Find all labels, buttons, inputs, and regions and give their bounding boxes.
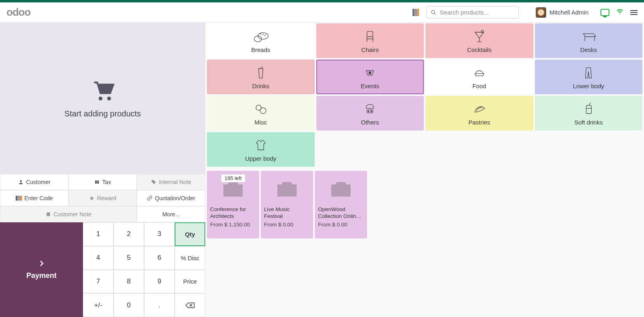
- svg-line-13: [264, 34, 266, 36]
- product-panel: BreadsChairsCocktailsDesksDrinksEventsFo…: [205, 23, 644, 317]
- odoo-logo[interactable]: odoo: [6, 6, 31, 19]
- numkey-0[interactable]: 0: [114, 293, 144, 317]
- svg-point-29: [371, 111, 372, 112]
- numkey-6[interactable]: 6: [144, 246, 175, 270]
- svg-point-0: [431, 10, 435, 13]
- svg-rect-6: [47, 212, 50, 216]
- softdrink-icon: [580, 101, 597, 117]
- reward-button[interactable]: Reward: [68, 190, 137, 206]
- pastry-icon: [471, 101, 488, 117]
- customer-button[interactable]: Customer: [0, 174, 68, 190]
- numkey-1[interactable]: 1: [83, 222, 114, 246]
- note-icon: [45, 211, 51, 217]
- more-button[interactable]: More...: [137, 206, 205, 222]
- svg-point-4: [107, 97, 111, 101]
- camera-plus-icon: [264, 173, 310, 205]
- svg-line-23: [261, 66, 262, 68]
- category-tile-misc[interactable]: Misc: [207, 96, 315, 131]
- svg-point-5: [20, 180, 22, 182]
- numkey-plusminus[interactable]: +/-: [83, 293, 114, 317]
- svg-rect-30: [586, 105, 592, 113]
- tax-button[interactable]: Tax: [68, 174, 137, 190]
- product-name: Conference for Architects: [210, 206, 256, 220]
- category-tile-lower-body[interactable]: Lower body: [535, 60, 643, 94]
- category-tile-soft-drinks[interactable]: Soft drinks: [535, 96, 643, 131]
- camera-plus-icon: [318, 173, 364, 205]
- misc-icon: [252, 101, 270, 117]
- search-products-box[interactable]: [426, 6, 519, 19]
- enter-code-button[interactable]: Enter Code: [0, 190, 68, 206]
- drink-icon: [252, 65, 270, 81]
- chair-icon: [361, 29, 379, 45]
- numkey-7[interactable]: 7: [83, 270, 114, 294]
- hamburger-menu-icon[interactable]: [630, 10, 638, 15]
- numkey-2[interactable]: 2: [114, 222, 144, 246]
- category-tile-others[interactable]: Others: [316, 96, 424, 131]
- numpad-mode-price[interactable]: Price: [175, 270, 205, 294]
- star-icon: [89, 195, 95, 201]
- user-menu[interactable]: Mitchell Admin: [536, 7, 588, 18]
- category-tile-breads[interactable]: Breads: [207, 23, 315, 58]
- barcode-icon[interactable]: [413, 9, 421, 16]
- payment-button[interactable]: Payment: [0, 222, 83, 317]
- svg-point-2: [619, 13, 620, 14]
- numkey-backspace[interactable]: [175, 293, 205, 317]
- numpad-mode-qty[interactable]: Qty: [175, 222, 205, 246]
- bread-icon: [252, 29, 270, 45]
- product-card[interactable]: Live Music FestivalFrom $ 0.00: [261, 171, 313, 238]
- numkey-8[interactable]: 8: [114, 270, 144, 294]
- svg-line-12: [262, 33, 264, 35]
- numkey-9[interactable]: 9: [144, 270, 175, 294]
- book-icon: [94, 179, 100, 185]
- category-tile-desks[interactable]: Desks: [535, 23, 643, 58]
- status-icons: [601, 8, 638, 17]
- category-label: Lower body: [573, 83, 604, 89]
- numkey-5[interactable]: 5: [114, 246, 144, 270]
- numpad-mode-disc[interactable]: % Disc: [175, 246, 205, 270]
- backspace-icon: [185, 302, 195, 309]
- customer-note-button[interactable]: Customer Note: [0, 206, 137, 222]
- category-tile-upper-body[interactable]: Upper body: [207, 132, 315, 167]
- app-header: odoo Mitchell Admin: [0, 2, 644, 23]
- numkey-3[interactable]: 3: [144, 222, 175, 246]
- search-input[interactable]: [440, 9, 515, 16]
- stock-badge: 195 left: [221, 174, 246, 182]
- svg-point-24: [369, 72, 372, 74]
- product-price: From $ 1,150.00: [210, 222, 256, 228]
- desk-icon: [580, 29, 597, 45]
- category-label: Drinks: [252, 83, 269, 89]
- internal-note-button[interactable]: Internal Note: [137, 174, 205, 190]
- category-tile-pastries[interactable]: Pastries: [425, 96, 533, 131]
- numpad: 1 2 3 Qty 4 5 6 % Disc 7 8 9 Price +/- 0…: [83, 222, 205, 317]
- display-status-icon[interactable]: [601, 9, 609, 16]
- product-card[interactable]: 195 leftConference for ArchitectsFrom $ …: [207, 171, 259, 238]
- category-label: Chairs: [361, 46, 379, 53]
- product-price: From $ 0.00: [318, 222, 364, 228]
- category-label: Others: [361, 119, 379, 126]
- category-label: Food: [473, 83, 486, 89]
- category-tile-events[interactable]: Events: [316, 60, 424, 94]
- category-tile-chairs[interactable]: Chairs: [316, 23, 424, 58]
- quotation-order-button[interactable]: Quotation/Order: [137, 190, 205, 206]
- category-tile-drinks[interactable]: Drinks: [207, 60, 315, 94]
- category-label: Misc: [254, 119, 267, 126]
- category-label: Soft drinks: [574, 119, 603, 126]
- product-row: 195 leftConference for ArchitectsFrom $ …: [205, 171, 644, 238]
- numkey-dot[interactable]: .: [144, 293, 175, 317]
- category-tile-cocktails[interactable]: Cocktails: [425, 23, 533, 58]
- product-name: Live Music Festival: [264, 206, 310, 220]
- product-card[interactable]: OpenWood Collection Onlin…From $ 0.00: [315, 171, 367, 238]
- username-label: Mitchell Admin: [549, 9, 588, 16]
- shirt-icon: [252, 137, 270, 153]
- cart-icon: [90, 78, 116, 105]
- category-label: Pastries: [469, 119, 490, 126]
- numpad-area: Payment 1 2 3 Qty 4 5 6 % Disc 7 8 9 Pri…: [0, 222, 205, 317]
- category-label: Events: [361, 83, 379, 89]
- event-icon: [361, 65, 379, 81]
- product-name: OpenWood Collection Onlin…: [318, 206, 364, 220]
- numkey-4[interactable]: 4: [83, 246, 114, 270]
- wifi-icon[interactable]: [616, 8, 624, 17]
- tag-icon: [151, 179, 157, 185]
- category-label: Cocktails: [467, 46, 491, 53]
- category-tile-food[interactable]: Food: [425, 60, 533, 94]
